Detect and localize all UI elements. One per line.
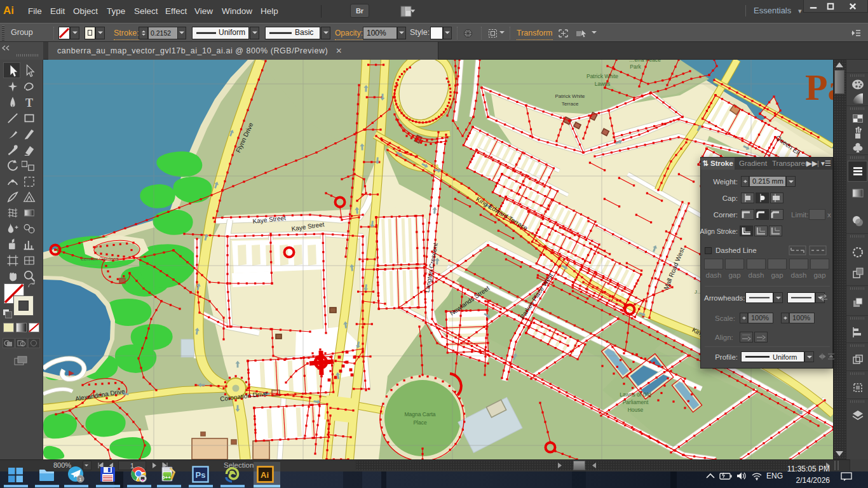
svg-text:Terrace: Terrace — [562, 101, 579, 107]
svg-text:Lawns of Old: Lawns of Old — [620, 391, 651, 398]
svg-text:0++: 0++ — [162, 475, 171, 480]
svg-text:Patrick White: Patrick White — [555, 93, 585, 99]
svg-text:Magna Carta: Magna Carta — [404, 411, 435, 417]
svg-text:Ps: Ps — [196, 470, 206, 480]
svg-text:Uniform: Uniform — [773, 353, 797, 361]
svg-text:House: House — [628, 407, 644, 413]
svg-text:Park: Park — [630, 64, 641, 70]
svg-text:1: 1 — [79, 477, 82, 482]
svg-text:Lawns: Lawns — [595, 81, 611, 87]
svg-text:Parliament: Parliament — [623, 399, 649, 405]
svg-text:T: T — [25, 97, 33, 109]
svg-text:Pa: Pa — [805, 67, 833, 108]
svg-text:Ai: Ai — [261, 470, 269, 480]
svg-text:Patrick White: Patrick White — [587, 73, 618, 79]
svg-text:Lennox Gardens: Lennox Gardens — [81, 256, 118, 262]
svg-text:…erra Peace: …erra Peace — [629, 60, 661, 63]
svg-text:Place: Place — [413, 419, 427, 426]
